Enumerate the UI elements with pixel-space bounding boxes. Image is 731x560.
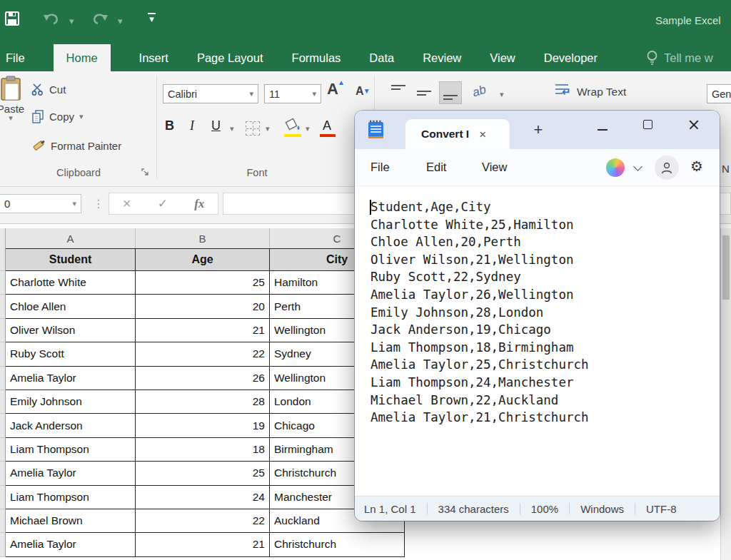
cell-student[interactable]: Charlotte White [6, 271, 136, 295]
row-header[interactable] [0, 509, 6, 533]
name-box[interactable]: 0 ▾ [0, 194, 81, 213]
header-cell-student[interactable]: Student [6, 248, 136, 271]
underline-dropdown-icon[interactable]: ▾ [230, 124, 234, 133]
row-header[interactable] [0, 248, 6, 271]
close-icon[interactable] [687, 118, 700, 131]
tell-me-box[interactable]: Tell me w [646, 50, 713, 66]
ribbon-tab-data[interactable]: Data [369, 44, 394, 71]
menu-view[interactable]: View [482, 161, 507, 174]
formula-bar-handle[interactable]: ⋮ [93, 197, 104, 210]
save-icon[interactable] [4, 11, 20, 26]
row-header[interactable] [0, 414, 6, 437]
column-header-a[interactable]: A [6, 228, 136, 248]
cell-age[interactable]: 18 [136, 438, 270, 462]
account-icon[interactable] [655, 156, 679, 180]
number-format-combo[interactable]: General [707, 84, 731, 103]
format-painter-button[interactable]: Format Painter [31, 138, 121, 153]
minimize-icon[interactable] [598, 129, 608, 131]
borders-icon[interactable] [246, 121, 260, 136]
enter-icon[interactable]: ✓ [158, 196, 168, 211]
cell-student[interactable]: Liam Thompson [6, 486, 136, 509]
orientation-icon[interactable]: ab [470, 83, 488, 101]
font-name-combo[interactable]: Calibri▾ [163, 84, 258, 103]
redo-icon[interactable] [91, 11, 109, 26]
orientation-dropdown-icon[interactable]: ▾ [500, 90, 504, 99]
row-header[interactable] [0, 295, 6, 318]
paste-button[interactable]: Paste ▾ [0, 76, 33, 121]
align-top-icon[interactable] [388, 81, 410, 104]
cell-age[interactable]: 21 [136, 319, 270, 342]
borders-dropdown-icon[interactable]: ▾ [266, 124, 270, 133]
cancel-icon[interactable]: × [123, 195, 131, 212]
ribbon-tab-review[interactable]: Review [423, 44, 461, 71]
menu-edit[interactable]: Edit [426, 161, 446, 174]
row-header[interactable] [0, 438, 6, 462]
row-header[interactable] [0, 319, 6, 342]
row-header[interactable] [0, 533, 6, 556]
dialog-launcher-icon[interactable] [141, 168, 149, 176]
cell-age[interactable]: 19 [136, 414, 270, 437]
row-header[interactable] [0, 271, 6, 295]
insert-function-icon[interactable]: fx [194, 197, 204, 211]
new-tab-icon[interactable]: + [526, 118, 550, 142]
scrollbar-thumb[interactable] [722, 235, 730, 300]
undo-icon[interactable] [43, 11, 60, 26]
ribbon-tab-insert[interactable]: Insert [139, 44, 168, 71]
wrap-text-label[interactable]: Wrap Text [577, 86, 626, 98]
fill-color-dropdown-icon[interactable]: ▾ [306, 124, 310, 133]
align-bottom-icon[interactable] [439, 81, 462, 104]
copilot-icon[interactable] [606, 158, 625, 177]
cell-age[interactable]: 24 [136, 486, 270, 509]
cut-button[interactable]: Cut [31, 83, 66, 96]
italic-button[interactable]: I [190, 118, 194, 133]
cell-age[interactable]: 26 [136, 367, 270, 390]
ribbon-tab-view[interactable]: View [490, 44, 515, 71]
cell-age[interactable]: 22 [136, 342, 270, 366]
fill-color-icon[interactable] [284, 117, 301, 133]
select-all-corner[interactable] [0, 228, 6, 248]
bold-button[interactable]: B [165, 118, 174, 133]
cell-age[interactable]: 20 [136, 295, 270, 318]
underline-button[interactable]: U [211, 118, 221, 133]
vertical-scrollbar[interactable] [720, 228, 731, 560]
ribbon-tab-file[interactable]: File [6, 44, 25, 71]
row-header[interactable] [0, 342, 6, 366]
ribbon-tab-formulas[interactable]: Formulas [292, 44, 341, 71]
cell-age[interactable]: 25 [136, 271, 270, 295]
menu-file[interactable]: File [370, 161, 390, 174]
cell-student[interactable]: Amelia Taylor [6, 533, 136, 556]
cell-age[interactable]: 28 [136, 390, 270, 414]
cell-student[interactable]: Ruby Scott [6, 342, 136, 366]
cell-student[interactable]: Oliver Wilson [6, 319, 136, 342]
ribbon-tab-developer[interactable]: Developer [544, 44, 598, 71]
copy-dropdown-icon[interactable]: ▾ [79, 112, 84, 121]
ribbon-tab-page-layout[interactable]: Page Layout [197, 44, 263, 71]
font-size-combo[interactable]: 11▾ [264, 84, 321, 103]
row-header[interactable] [0, 390, 6, 414]
cell-age[interactable]: 25 [136, 462, 270, 485]
settings-icon[interactable]: ⚙ [690, 158, 703, 175]
notepad-tab[interactable]: Convert I × [405, 119, 510, 149]
cell-student[interactable]: Michael Brown [6, 509, 136, 533]
paste-dropdown-icon[interactable]: ▾ [0, 115, 33, 121]
row-header[interactable] [0, 462, 6, 485]
cell-age[interactable]: 21 [136, 533, 270, 556]
cell-student[interactable]: Jack Anderson [6, 414, 136, 437]
header-cell-age[interactable]: Age [136, 248, 270, 271]
chevron-down-icon[interactable] [633, 162, 642, 171]
row-header[interactable] [0, 367, 6, 390]
name-box-dropdown-icon[interactable]: ▾ [72, 199, 76, 208]
notepad-text-area[interactable]: Student,Age,City Charlotte White,25,Hami… [355, 186, 720, 496]
cell-student[interactable]: Amelia Taylor [6, 462, 136, 485]
cell-age[interactable]: 22 [136, 509, 270, 533]
cell-student[interactable]: Emily Johnson [6, 390, 136, 414]
redo-dropdown-icon[interactable]: ▾ [118, 16, 123, 26]
notepad-titlebar[interactable]: Convert I × + [355, 111, 720, 149]
ribbon-tab-home[interactable]: Home [54, 44, 111, 71]
increase-font-icon[interactable]: A▲ [327, 80, 338, 98]
align-middle-icon[interactable] [413, 81, 436, 104]
cell-student[interactable]: Chloe Allen [6, 295, 136, 318]
undo-dropdown-icon[interactable]: ▾ [69, 16, 74, 26]
column-header-b[interactable]: B [136, 228, 270, 248]
row-header[interactable] [0, 486, 6, 509]
